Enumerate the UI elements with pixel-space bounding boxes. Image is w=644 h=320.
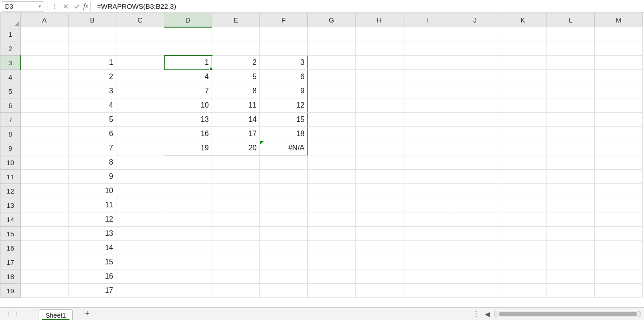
row-header[interactable]: 16	[0, 241, 21, 255]
cell[interactable]: 15	[69, 255, 116, 269]
select-all-corner[interactable]	[0, 13, 21, 27]
cell[interactable]	[21, 127, 69, 141]
cell[interactable]: 14	[69, 241, 116, 255]
row-header[interactable]: 9	[0, 141, 21, 155]
cell[interactable]	[116, 241, 164, 255]
cell[interactable]	[547, 141, 595, 155]
cell[interactable]	[21, 284, 69, 298]
cell[interactable]	[21, 255, 69, 269]
cell[interactable]	[547, 41, 595, 56]
cell[interactable]: 12	[260, 98, 308, 113]
cell[interactable]	[547, 284, 595, 298]
horizontal-scrollbar[interactable]	[494, 311, 641, 317]
cell[interactable]	[164, 212, 212, 227]
column-header[interactable]: B	[69, 13, 116, 27]
cell[interactable]	[116, 212, 164, 227]
cell[interactable]	[451, 198, 499, 212]
cell[interactable]	[547, 155, 595, 170]
cell[interactable]	[308, 198, 356, 212]
cell[interactable]: 5	[212, 70, 260, 84]
cell[interactable]	[164, 269, 212, 284]
tab-menu-icon[interactable]: ⋮	[472, 309, 480, 318]
cell[interactable]	[308, 27, 356, 41]
cell[interactable]	[451, 113, 499, 127]
cell[interactable]	[308, 127, 356, 141]
cell[interactable]	[403, 255, 451, 269]
column-header[interactable]: C	[116, 13, 164, 27]
cell[interactable]	[260, 41, 308, 56]
cell[interactable]	[547, 255, 595, 269]
cell[interactable]	[451, 212, 499, 227]
cell[interactable]	[308, 70, 356, 84]
cell[interactable]	[403, 113, 451, 127]
cell[interactable]	[547, 212, 595, 227]
cell[interactable]	[21, 27, 69, 41]
cell[interactable]	[499, 113, 547, 127]
cell[interactable]	[499, 127, 547, 141]
cell[interactable]: 7	[69, 141, 116, 155]
cell[interactable]	[451, 141, 499, 155]
cell[interactable]: 3	[69, 84, 116, 98]
cell[interactable]: 17	[212, 127, 260, 141]
cell[interactable]: 17	[69, 284, 116, 298]
row-header[interactable]: 8	[0, 127, 21, 141]
cell[interactable]	[403, 198, 451, 212]
cell[interactable]	[403, 56, 451, 70]
cell[interactable]	[595, 155, 643, 170]
row-header[interactable]: 11	[0, 170, 21, 184]
row-header[interactable]: 5	[0, 84, 21, 98]
cell[interactable]	[403, 227, 451, 241]
row-header[interactable]: 10	[0, 155, 21, 170]
cell[interactable]	[21, 241, 69, 255]
cell[interactable]: 10	[164, 98, 212, 113]
cell[interactable]	[260, 184, 308, 198]
cell[interactable]: 16	[164, 127, 212, 141]
cell[interactable]	[21, 198, 69, 212]
cell[interactable]	[116, 170, 164, 184]
cell[interactable]	[260, 198, 308, 212]
cell[interactable]	[595, 284, 643, 298]
cell[interactable]	[21, 227, 69, 241]
cell[interactable]	[116, 155, 164, 170]
cell[interactable]	[164, 41, 212, 56]
cell[interactable]	[116, 27, 164, 41]
cell[interactable]	[308, 141, 356, 155]
row-header[interactable]: 19	[0, 284, 21, 298]
cell[interactable]	[499, 212, 547, 227]
cell[interactable]	[164, 241, 212, 255]
row-header[interactable]: 2	[0, 41, 21, 56]
cell[interactable]	[308, 84, 356, 98]
cell[interactable]	[451, 84, 499, 98]
cell[interactable]	[499, 70, 547, 84]
column-header[interactable]: F	[260, 13, 308, 27]
column-header[interactable]: E	[212, 13, 260, 27]
row-header[interactable]: 4	[0, 70, 21, 84]
row-header[interactable]: 12	[0, 184, 21, 198]
cell[interactable]: 15	[260, 113, 308, 127]
cell[interactable]	[499, 170, 547, 184]
cell[interactable]: 11	[212, 98, 260, 113]
row-header[interactable]: 18	[0, 269, 21, 284]
tab-nav-prev-icon[interactable]: 〈	[3, 310, 11, 318]
cell[interactable]: 8	[69, 155, 116, 170]
cell[interactable]	[356, 227, 403, 241]
cell[interactable]	[451, 255, 499, 269]
cell[interactable]: 2	[69, 70, 116, 84]
cell[interactable]: 4	[164, 70, 212, 84]
cell[interactable]: 2	[212, 56, 260, 70]
cell[interactable]: 3	[260, 56, 308, 70]
cell[interactable]	[21, 212, 69, 227]
cell[interactable]	[403, 70, 451, 84]
row-header[interactable]: 1	[0, 27, 21, 41]
cell[interactable]	[356, 269, 403, 284]
cell[interactable]	[356, 155, 403, 170]
cell[interactable]	[499, 227, 547, 241]
cell[interactable]	[116, 184, 164, 198]
cell[interactable]	[212, 255, 260, 269]
cell[interactable]: #N/A	[260, 141, 308, 155]
cell[interactable]	[116, 227, 164, 241]
cancel-icon[interactable]	[61, 2, 70, 11]
cell[interactable]	[116, 41, 164, 56]
cell[interactable]	[212, 284, 260, 298]
cell[interactable]: 13	[164, 113, 212, 127]
